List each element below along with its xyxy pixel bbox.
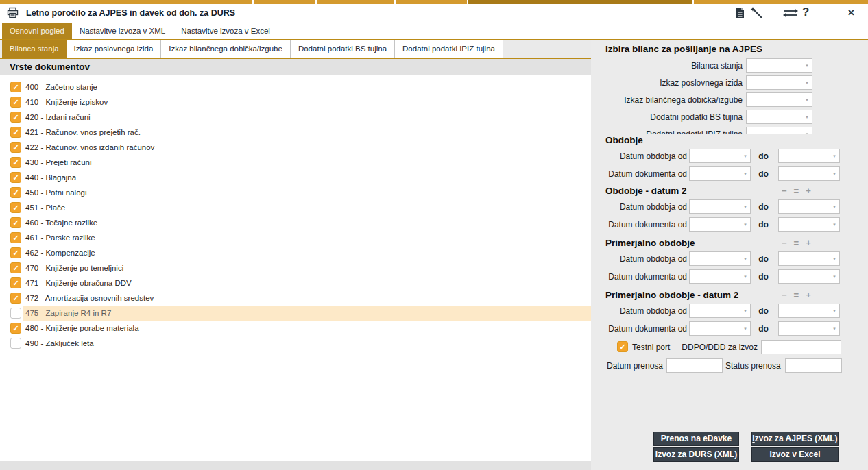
document-row[interactable]: ✓480 - Knjiženje porabe materiala (0, 321, 591, 336)
document-checkbox[interactable]: ✓ (10, 97, 21, 108)
document-row[interactable]: ✓430 - Prejeti računi (0, 155, 591, 170)
main-tab[interactable]: Nastavitve izvoza v Excel (173, 23, 278, 39)
adjust-equal-button[interactable]: = (794, 186, 799, 196)
document-checkbox[interactable]: ✓ (10, 217, 21, 228)
test-port-checkbox[interactable]: ✓ (617, 341, 628, 352)
sub-tab[interactable]: Dodatni podatki BS tujina (291, 40, 395, 58)
document-checkbox[interactable]: ✓ (10, 262, 21, 273)
document-row[interactable]: ✓451 - Plače (0, 200, 591, 215)
document-from-select[interactable]: ▼ (689, 321, 751, 336)
document-row[interactable]: ✓461 - Parske razlike (0, 230, 591, 245)
period-from-select[interactable]: ▼ (689, 199, 751, 214)
to-label: do (751, 272, 776, 282)
to-label: do (751, 169, 776, 179)
document-label: 400 - Začetno stanje (23, 79, 591, 95)
document-row[interactable]: 475 - Zapiranje R4 in R7 (0, 306, 591, 321)
wand-icon[interactable] (750, 7, 764, 22)
document-row[interactable]: ✓471 - Knjiženje obračuna DDV (0, 275, 591, 290)
transfer-date-select[interactable] (666, 358, 723, 373)
document-checkbox[interactable]: ✓ (10, 82, 21, 92)
document-from-to-select[interactable]: ▼ (778, 269, 840, 284)
adjust-plus-button[interactable]: + (806, 186, 811, 196)
document-row[interactable]: ✓422 - Računov. vnos izdanih računov (0, 140, 591, 155)
document-from-select[interactable]: ▼ (689, 217, 751, 232)
document-checkbox[interactable]: ✓ (10, 187, 21, 198)
swap-arrows-icon[interactable] (782, 8, 799, 21)
document-row[interactable]: ✓400 - Začetno stanje (0, 79, 591, 95)
chevron-down-icon: ▼ (832, 171, 836, 175)
period-from-to-select[interactable]: ▼ (778, 251, 840, 266)
document-row[interactable]: ✓462 - Kompenzacije (0, 245, 591, 260)
document-checkbox[interactable]: ✓ (10, 232, 21, 243)
adjust-minus-button[interactable]: − (782, 186, 787, 196)
document-row[interactable]: ✓421 - Računov. vnos prejetih rač. (0, 125, 591, 140)
close-icon[interactable]: ✕ (847, 7, 855, 19)
chevron-down-icon: ▼ (805, 114, 809, 119)
document-label: 475 - Zapiranje R4 in R7 (23, 306, 591, 321)
excel-export-button[interactable]: Izvoz v Excel (751, 447, 839, 462)
main-tab[interactable]: Nastavitve izvoza v XML (72, 23, 173, 39)
document-row[interactable]: ✓420 - Izdani računi (0, 110, 591, 125)
document-row[interactable]: ✓450 - Potni nalogi (0, 185, 591, 200)
period-from-select[interactable]: ▼ (689, 149, 751, 163)
document-from-select[interactable]: ▼ (689, 166, 751, 181)
document-checkbox[interactable]: ✓ (10, 247, 21, 258)
document-from-to-select[interactable]: ▼ (778, 217, 840, 232)
document-checkbox[interactable]: ✓ (10, 157, 21, 168)
document-checkbox[interactable]: ✓ (10, 142, 21, 153)
balance-select[interactable]: ▼ (746, 110, 812, 124)
adjust-plus-button[interactable]: + (806, 290, 811, 300)
period-row: Datum dokumenta od▼do▼ (591, 269, 868, 284)
period-from-to-select[interactable]: ▼ (778, 304, 840, 318)
transfer-status-select[interactable] (785, 358, 842, 373)
document-from-to-select[interactable]: ▼ (778, 321, 840, 336)
durs-xml-export-button[interactable]: Izvoz za DURS (XML) (653, 447, 739, 462)
document-row[interactable]: ✓460 - Tečajne razlike (0, 215, 591, 230)
adjust-equal-button[interactable]: = (794, 238, 799, 248)
period-from-select[interactable]: ▼ (689, 251, 751, 266)
document-row[interactable]: ✓440 - Blagajna (0, 170, 591, 185)
document-checkbox[interactable]: ✓ (10, 323, 21, 334)
period-from-select[interactable]: ▼ (689, 304, 751, 318)
document-checkbox[interactable]: ✓ (10, 112, 21, 123)
ajpes-xml-export-button[interactable]: Izvoz za AJPES (XML) (751, 432, 839, 446)
printer-icon (7, 7, 19, 21)
document-row[interactable]: 490 - Zaključek leta (0, 336, 591, 351)
document-from-to-select[interactable]: ▼ (778, 166, 840, 181)
adjust-minus-button[interactable]: − (782, 238, 787, 248)
document-row[interactable]: ✓470 - Knjiženje po temeljnici (0, 260, 591, 275)
document-checkbox[interactable] (10, 308, 21, 319)
document-checkbox[interactable]: ✓ (10, 293, 21, 304)
main-tab[interactable]: Osnovni pogled (2, 23, 72, 39)
document-checkbox[interactable]: ✓ (10, 277, 21, 288)
adjust-plus-button[interactable]: + (806, 238, 811, 248)
document-checkbox[interactable]: ✓ (10, 202, 21, 213)
chevron-down-icon: ▼ (743, 274, 747, 278)
sub-tab[interactable]: Dodatni podatki IPIZ tujina (395, 40, 503, 58)
help-icon[interactable]: ? (802, 6, 809, 18)
edavke-transfer-button[interactable]: Prenos na eDavke (653, 432, 739, 446)
adjust-equal-button[interactable]: = (794, 290, 799, 300)
document-checkbox[interactable] (10, 338, 21, 349)
ajpes-balance-rows: Bilanca stanja▼Izkaz poslovnega izida▼Iz… (591, 57, 868, 134)
sub-tab[interactable]: Izkaz poslovnega izida (67, 40, 162, 58)
document-checkbox[interactable]: ✓ (10, 127, 21, 138)
document-label: 422 - Računov. vnos izdanih računov (23, 140, 591, 155)
sub-tab[interactable]: Izkaz bilančnega dobička/izgube (161, 40, 291, 58)
balance-select[interactable]: ▼ (746, 127, 812, 134)
document-row[interactable]: ✓410 - Knjiženje izpiskov (0, 95, 591, 110)
document-icon[interactable] (735, 7, 745, 22)
document-checkbox[interactable]: ✓ (10, 172, 21, 183)
balance-select[interactable]: ▼ (746, 58, 812, 73)
document-from-select[interactable]: ▼ (689, 269, 751, 284)
balance-select[interactable]: ▼ (746, 92, 812, 107)
adjust-minus-button[interactable]: − (782, 290, 787, 300)
ddpo-select[interactable] (761, 340, 841, 354)
balance-select[interactable]: ▼ (746, 75, 812, 90)
sub-tab[interactable]: Bilanca stanja (2, 40, 67, 58)
period-from-to-select[interactable]: ▼ (778, 149, 840, 163)
document-row[interactable]: ✓472 - Amortizacija osnovnih sredstev (0, 290, 591, 306)
balance-label: Dodatni podatki IPIZ tujina (591, 129, 743, 135)
document-label: 421 - Računov. vnos prejetih rač. (23, 125, 591, 140)
period-from-to-select[interactable]: ▼ (778, 199, 840, 214)
